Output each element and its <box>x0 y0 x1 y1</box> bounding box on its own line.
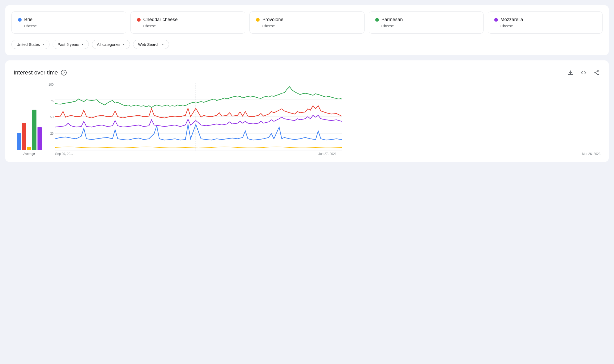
topic-dot <box>494 18 498 22</box>
svg-point-0 <box>598 71 599 72</box>
svg-line-3 <box>596 71 597 73</box>
avg-label: Average <box>23 152 35 156</box>
chart-header: Interest over time ? <box>14 69 600 77</box>
chevron-down-icon: ▼ <box>81 43 84 46</box>
topic-type: Cheese <box>500 24 596 28</box>
x-axis-label: Sep 29, 20... <box>55 152 73 156</box>
avg-bar <box>22 123 26 150</box>
topic-name: Brie <box>24 17 33 22</box>
x-axis-label: Mar 26, 2023 <box>582 152 600 156</box>
main-chart: 100755025 <box>45 83 600 156</box>
avg-bar <box>37 127 42 150</box>
topic-type: Cheese <box>143 24 239 28</box>
topic-type: Cheese <box>24 24 120 28</box>
x-axis-label: Jun 27, 2021 <box>318 152 336 156</box>
svg-line-4 <box>596 73 597 74</box>
avg-bar <box>32 110 36 150</box>
topic-cards: Brie Cheese Cheddar cheese Cheese Provol… <box>11 11 603 34</box>
filter-searchtype[interactable]: Web Search▼ <box>133 40 169 49</box>
share-button[interactable] <box>593 69 600 77</box>
cheddar-line <box>55 106 342 118</box>
chart-area: Average 100755025 <box>14 83 600 156</box>
topic-card-provolone[interactable]: Provolone Cheese <box>249 11 364 34</box>
y-axis-label: 100 <box>45 83 55 86</box>
svg-point-2 <box>598 74 599 75</box>
topic-card-parmesan[interactable]: Parmesan Cheese <box>369 11 484 34</box>
topic-card-brie[interactable]: Brie Cheese <box>11 11 126 34</box>
filters: United States▼Past 5 years▼All categorie… <box>11 40 603 49</box>
filter-label: All categories <box>97 42 120 47</box>
trend-chart <box>55 83 342 150</box>
embed-button[interactable] <box>580 69 587 77</box>
topic-card-header: Provolone <box>256 17 358 22</box>
topic-name: Parmesan <box>381 17 403 22</box>
filter-label: Past 5 years <box>58 42 79 47</box>
topic-dot <box>137 18 141 22</box>
topic-card-header: Brie <box>18 17 120 22</box>
topic-card-header: Parmesan <box>375 17 477 22</box>
avg-bar <box>27 147 31 150</box>
chart-section: Interest over time ? <box>5 60 609 162</box>
help-icon[interactable]: ? <box>61 70 67 76</box>
avg-bars <box>17 98 42 150</box>
top-section: Brie Cheese Cheddar cheese Cheese Provol… <box>5 5 609 55</box>
topic-name: Provolone <box>262 17 283 22</box>
y-axis-labels: 100755025 <box>45 83 55 148</box>
chevron-down-icon: ▼ <box>42 43 45 46</box>
y-axis-label: 75 <box>45 99 55 103</box>
download-button[interactable] <box>567 69 574 77</box>
filter-label: Web Search <box>138 42 159 47</box>
y-axis-label: 50 <box>45 115 55 119</box>
topic-type: Cheese <box>262 24 358 28</box>
filter-category[interactable]: All categories▼ <box>92 40 130 49</box>
chart-title: Interest over time <box>14 69 58 76</box>
filter-label: United States <box>16 42 40 47</box>
mozzarella-line <box>55 115 342 127</box>
chart-actions <box>567 69 600 77</box>
provolone-line <box>55 147 342 147</box>
avg-bar <box>17 133 21 150</box>
avg-section: Average <box>14 98 45 156</box>
topic-dot <box>256 18 260 22</box>
filter-timerange[interactable]: Past 5 years▼ <box>53 40 89 49</box>
topic-name: Mozzarella <box>500 17 523 22</box>
filter-region[interactable]: United States▼ <box>11 40 49 49</box>
chart-title-group: Interest over time ? <box>14 69 67 76</box>
topic-card-header: Mozzarella <box>494 17 596 22</box>
svg-point-1 <box>595 72 596 73</box>
topic-name: Cheddar cheese <box>143 17 178 22</box>
chevron-down-icon: ▼ <box>122 43 125 46</box>
y-axis-label: 25 <box>45 132 55 135</box>
topic-card-header: Cheddar cheese <box>137 17 239 22</box>
topic-card-mozzarella[interactable]: Mozzarella Cheese <box>488 11 603 34</box>
x-axis-labels: Sep 29, 20...Jun 27, 2021Mar 26, 2023 <box>55 152 600 156</box>
topic-dot <box>18 18 22 22</box>
brie-line <box>55 124 342 140</box>
topic-type: Cheese <box>381 24 477 28</box>
parmesan-line <box>55 87 342 108</box>
topic-card-cheddar-cheese[interactable]: Cheddar cheese Cheese <box>130 11 245 34</box>
chevron-down-icon: ▼ <box>161 43 164 46</box>
topic-dot <box>375 18 379 22</box>
chart-svg-wrapper <box>55 83 600 150</box>
